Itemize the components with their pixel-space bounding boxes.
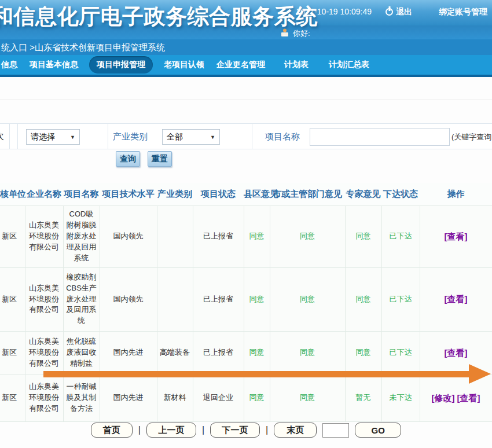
cell-status: 退回企业 xyxy=(193,374,244,421)
cell-city-opinion: 同意 xyxy=(270,267,345,331)
column-header: 专家意见 xyxy=(345,183,381,205)
project-name-label: 项目名称 xyxy=(265,131,300,142)
cell-district: 新区 xyxy=(0,374,25,421)
cell-industry: 新材料 xyxy=(157,374,193,421)
projects-table: 核单位企业名称项目名称项目技术水平产业类别项目状态县区意见市或主管部门意见专家意… xyxy=(0,183,492,422)
column-header: 项目名称 xyxy=(63,183,100,205)
cell-status: 已上报省 xyxy=(193,205,244,267)
page: 和信息化厅电子政务综合服务系统 2021-10-19 10:09:49 退出 绑… xyxy=(0,0,492,448)
batch-select-value: 请选择 xyxy=(31,132,55,142)
prev-page-button[interactable]: 上一页 xyxy=(146,423,196,438)
power-icon xyxy=(385,8,393,16)
page-number-input[interactable] xyxy=(322,423,349,438)
table-row: 新区山东奥美环境股份有限公司焦化脱硫废液回收精制盐国内先进高端装备已上报省同意同… xyxy=(0,331,492,374)
nav-tabs: 信息项目基本信息项目申报管理老项目认领企业更名管理计划表计划汇总表 xyxy=(0,55,492,77)
industry-select[interactable]: 全部 ▼ xyxy=(162,129,220,145)
query-button[interactable]: 查询 xyxy=(116,151,140,167)
cell-tech-level: 国内领先 xyxy=(100,205,157,267)
tab-2[interactable]: 项目基本信息 xyxy=(28,58,79,72)
last-page-button[interactable]: 末页 xyxy=(274,423,317,438)
column-header: 县区意见 xyxy=(244,183,270,205)
cell-expert-opinion: 暂无 xyxy=(345,374,381,421)
cell-project: 焦化脱硫废液回收精制盐 xyxy=(63,331,100,374)
app-title: 和信息化厅电子政务综合服务系统 xyxy=(0,2,318,31)
cell-district: 新区 xyxy=(0,205,25,267)
next-page-button[interactable]: 下一页 xyxy=(210,423,260,438)
cell-county-opinion: 同意 xyxy=(244,331,270,374)
table-row: 新区山东奥美环境股份有限公司橡胶助剂CBS生产废水处理及回用系统国内领先已上报省… xyxy=(0,267,492,331)
cell-release-status: 已下达 xyxy=(381,205,420,267)
reset-button[interactable]: 重置 xyxy=(148,151,172,167)
arrow-annotation xyxy=(43,371,470,377)
cell-county-opinion: 同意 xyxy=(244,267,270,331)
column-header: 下达状态 xyxy=(381,183,420,205)
cell-company: 山东奥美环境股份有限公司 xyxy=(25,267,63,331)
cell-company: 山东奥美环境股份有限公司 xyxy=(25,331,63,374)
column-header: 市或主管部门意见 xyxy=(270,183,345,205)
cell-city-opinion: 同意 xyxy=(270,205,345,267)
tab-4[interactable]: 老项目认领 xyxy=(163,58,205,72)
cell-expert-opinion: 同意 xyxy=(345,205,381,267)
cell-status: 已上报省 xyxy=(193,267,244,331)
filter-divider xyxy=(17,124,18,149)
first-page-button[interactable]: 首页 xyxy=(91,423,133,438)
cell-tech-level: 国内领先 xyxy=(100,267,157,331)
table-header-row: 核单位企业名称项目名称项目技术水平产业类别项目状态县区意见市或主管部门意见专家意… xyxy=(0,183,492,205)
tab-5[interactable]: 企业更名管理 xyxy=(215,58,266,72)
logout-label: 退出 xyxy=(396,7,412,16)
bind-account-link[interactable]: 绑定账号管理 xyxy=(439,7,487,17)
tab-7[interactable]: 计划汇总表 xyxy=(328,58,370,72)
cell-city-opinion: 同意 xyxy=(270,331,345,374)
pagination: 首页 | 上一页 | 下一页 | 末页 GO xyxy=(0,423,492,438)
column-header: 项目状态 xyxy=(193,183,244,205)
column-header: 核单位 xyxy=(0,183,25,205)
project-name-input[interactable] xyxy=(310,128,450,146)
cell-actions[interactable]: [查看] xyxy=(420,205,492,267)
filter-divider xyxy=(9,124,10,149)
cell-tech-level: 国内先进 xyxy=(100,331,157,374)
tab-3[interactable]: 项目申报管理 xyxy=(89,56,153,74)
keyword-hint: (关键字查询 xyxy=(451,132,491,142)
pagination-separator: | xyxy=(266,425,268,435)
cell-status: 已上报省 xyxy=(193,331,244,374)
tab-6[interactable]: 计划表 xyxy=(283,58,310,72)
projects-table-body: 新区山东奥美环境股份有限公司COD吸附树脂脱附废水处理及回用系统国内领先已上报省… xyxy=(0,205,492,421)
cell-industry xyxy=(157,267,193,331)
arrow-head-icon xyxy=(469,364,491,384)
filter-divider xyxy=(108,124,108,149)
column-header: 产业类别 xyxy=(157,183,193,205)
chevron-down-icon: ▼ xyxy=(70,134,75,140)
tab-1[interactable]: 信息 xyxy=(0,58,19,72)
logout-button[interactable]: 退出 xyxy=(385,7,412,17)
cell-release-status: 已下达 xyxy=(381,267,420,331)
cell-city-opinion: 同意 xyxy=(270,374,345,421)
cell-release-status: 未下达 xyxy=(381,374,420,421)
cell-district: 新区 xyxy=(0,267,25,331)
column-header: 操作 xyxy=(420,183,492,205)
filter-buttons: 查询 重置 xyxy=(116,151,172,167)
divider-line xyxy=(0,100,492,100)
filter-strip: 次 请选择 ▼ 产业类别 全部 ▼ 项目名称 (关键字查询 xyxy=(0,123,492,149)
cell-release-status: 已下达 xyxy=(381,331,420,374)
cell-project: COD吸附树脂脱附废水处理及回用系统 xyxy=(63,205,100,267)
cell-county-opinion: 同意 xyxy=(244,205,270,267)
cell-county-opinion: 同意 xyxy=(244,374,270,421)
batch-select[interactable]: 请选择 ▼ xyxy=(26,129,80,145)
cell-company: 山东奥美环境股份有限公司 xyxy=(25,374,63,421)
filter-divider xyxy=(252,124,252,149)
breadcrumb: 统入口 >山东省技术创新项目申报管理系统 xyxy=(1,42,165,53)
table-row: 新区山东奥美环境股份有限公司一种耐碱膜及其制备方法国内先进新材料退回企业同意同意… xyxy=(0,374,492,421)
batch-label-partial: 次 xyxy=(0,131,9,142)
cell-project: 橡胶助剂CBS生产废水处理及回用系统 xyxy=(63,267,100,331)
cell-industry: 高端装备 xyxy=(157,331,193,374)
pagination-separator: | xyxy=(138,425,141,435)
industry-select-value: 全部 xyxy=(167,132,183,142)
cell-industry xyxy=(157,205,193,267)
cell-expert-opinion: 同意 xyxy=(345,267,381,331)
industry-label: 产业类别 xyxy=(113,131,148,142)
chevron-down-icon: ▼ xyxy=(210,134,215,140)
cell-expert-opinion: 同意 xyxy=(345,331,381,374)
column-header: 项目技术水平 xyxy=(100,183,157,205)
go-button[interactable]: GO xyxy=(355,423,401,438)
cell-actions[interactable]: [查看] xyxy=(420,267,492,331)
